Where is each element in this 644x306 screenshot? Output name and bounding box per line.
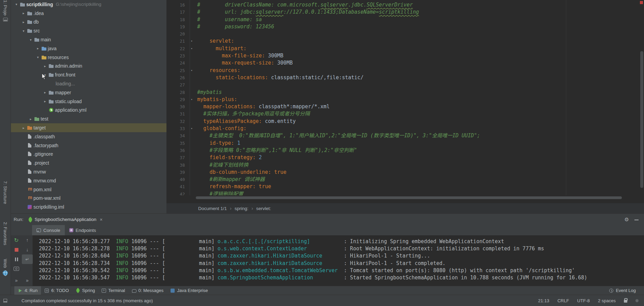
toolwindow-button-6-todo[interactable]: 6: TODO [41,286,72,295]
tree-item-scriptkilling-iml[interactable]: scriptkilling.iml [11,203,166,211]
expand-arrow-icon[interactable]: ▸ [42,91,48,94]
code-line-24[interactable]: 24 max-request-size: 300MB [166,59,644,67]
expand-arrow-icon[interactable]: ▸ [28,117,33,121]
tree-item-mvnw-cmd[interactable]: mvnw.cmd [11,176,166,185]
tree-item-classpath[interactable]: .classpath [11,132,166,141]
editor-vscrollbar-thumb[interactable] [640,51,643,188]
editor-hscrollbar[interactable] [196,196,635,199]
toolwindow-button-java-enterprise[interactable]: Java Enterprise [167,286,211,295]
toolwindow-button-spring[interactable]: Spring [72,286,99,295]
tab-endpoints[interactable]: Endpoints [65,225,101,235]
toolbar-overflow-icon[interactable] [22,276,33,285]
tree-item-pom-xml[interactable]: pom.xml [11,185,166,194]
web-globe-icon[interactable] [3,270,8,276]
tree-item-scriptkilling[interactable]: ▾scriptkillingG:\shejiing\scriptkilling [11,0,166,9]
code-line-21[interactable]: 21▾ servlet: [166,38,644,45]
code-line-37[interactable]: 37 field-strategy: 2 [166,154,644,161]
tool-button-web[interactable]: Web [3,259,8,268]
collapse-arrow-icon[interactable]: ▾ [28,38,33,42]
breadcrumb-item[interactable]: Document 1/1 [198,206,227,211]
run-config-tab[interactable]: SpringbootSchemaApplication × [28,217,103,222]
hide-panel-icon[interactable] [634,219,639,220]
console-output[interactable]: 2022-12-10 16:56:28.277 INFO 16096 --- [… [39,238,642,286]
tree-item-gitignore[interactable]: .gitignore [11,150,166,159]
stop-icon[interactable] [11,245,22,254]
expand-arrow-icon[interactable]: ▸ [21,126,26,130]
code-line-42[interactable]: 42 #逻辑删除配置 [166,191,644,195]
tree-item-db[interactable]: ▸db [11,18,166,27]
down-arrow-icon[interactable] [22,245,33,254]
camera-icon[interactable] [11,264,22,274]
code-line-29[interactable]: 29▾mybatis-plus: [166,96,644,103]
breadcrumb-item[interactable]: servlet: [256,206,271,211]
tree-item-loading[interactable]: loading... [11,79,166,88]
tree-item-factorypath[interactable]: .factorypath [11,141,166,150]
close-tab-icon[interactable]: × [100,217,102,222]
tab-console[interactable]: Console [32,225,65,235]
toolwindow-button-event-log[interactable]: Event Log [605,288,639,293]
code-area[interactable]: 16# driverClassName: com.microsoft.sqlse… [166,0,644,195]
file-encoding[interactable]: UTF-8 [577,298,590,303]
code-line-28[interactable]: 28#mybatis [166,89,644,96]
code-line-32[interactable]: 32 typeAliasesPackage: com.entity [166,118,644,125]
tree-item-static-upload[interactable]: ▸static.upload [11,97,166,106]
code-line-40[interactable]: 40 #刷新mapper 调试神器 [166,176,644,183]
code-line-38[interactable]: 38 #驼峰下划线转换 [166,162,644,169]
tree-item-mapper[interactable]: ▸mapper [11,88,166,97]
code-line-22[interactable]: 22▾ multipart: [166,45,644,52]
toolwindow-button-4-run[interactable]: 4: Run [14,286,41,295]
toolwindow-switcher-icon[interactable] [3,299,7,303]
code-line-35[interactable]: 35 id-type: 1 [166,140,644,147]
lock-icon[interactable] [624,300,627,303]
tree-item-front-front[interactable]: ▾front.front [11,70,166,79]
project-tool-icon[interactable] [3,18,8,22]
tool-button-favorites[interactable]: 2: Favorites [3,222,8,245]
collapse-arrow-icon[interactable]: ▾ [21,29,26,33]
tool-button-project[interactable]: 1: Project [3,0,8,16]
tree-item-idea[interactable]: ▸.idea [11,9,166,18]
code-line-30[interactable]: 30 mapper-locations: classpath*:mapper/*… [166,103,644,110]
tree-item-project[interactable]: .project [11,158,166,167]
collapse-arrow-icon[interactable]: ▾ [14,2,19,6]
code-line-33[interactable]: 33▾ global-config: [166,125,644,132]
expand-arrow-icon[interactable]: ▸ [21,11,26,15]
indent-setting[interactable]: 2 spaces [598,298,616,303]
code-line-17[interactable]: 17# url: jdbc:sqlserver://127.0.0.1:1433… [166,9,644,16]
expand-arrow-icon[interactable]: ▸ [35,46,41,50]
code-line-23[interactable]: 23 max-file-size: 300MB [166,52,644,59]
tool-button-structure[interactable]: 7: Structure [3,181,8,204]
breadcrumb-item[interactable]: spring: [235,206,249,211]
line-separator[interactable]: CRLF [557,298,569,303]
code-line-20[interactable]: 20 [166,30,644,38]
code-line-41[interactable]: 41 refresh-mapper: true [166,183,644,190]
inspections-icon[interactable] [635,299,639,302]
tree-item-pom-war-xml[interactable]: pom-war.xml [11,194,166,203]
code-line-39[interactable]: 39 db-column-underline: true [166,169,644,176]
gear-icon[interactable] [625,217,629,223]
tree-item-mvnw[interactable]: mvnw [11,167,166,176]
tree-item-src[interactable]: ▾src [11,26,166,35]
toolwindow-button-terminal[interactable]: Terminal [98,286,128,295]
tree-item-target[interactable]: ▸target [11,123,166,132]
tree-item-application-yml[interactable]: application.yml [11,106,166,115]
code-line-18[interactable]: 18# username: sa [166,16,644,23]
toolbar-overflow-icon[interactable] [11,276,22,285]
code-line-34[interactable]: 34 #主键类型 0:"数据库ID自增", 1:"用户输入ID",2:"全局唯一… [166,132,644,139]
code-line-26[interactable]: 26 static-locations: classpath:static/,f… [166,74,644,81]
tree-item-main[interactable]: ▾main [11,35,166,44]
expand-arrow-icon[interactable]: ▸ [42,99,48,103]
code-line-31[interactable]: 31 #实体扫描，多个package用逗号或者分号分隔 [166,110,644,117]
tree-item-test[interactable]: ▸test [11,114,166,123]
tree-item-java[interactable]: ▸java [11,44,166,53]
expand-arrow-icon[interactable]: ▸ [21,20,26,24]
soft-wrap-icon[interactable] [22,254,33,264]
toolwindow-button-0-messages[interactable]: 0: Messages [129,286,167,295]
tree-item-admin-admin[interactable]: ▸admin.admin [11,62,166,71]
tree-item-resources[interactable]: ▾resources [11,53,166,62]
code-line-19[interactable]: 19# password: 123456 [166,23,644,30]
up-arrow-icon[interactable] [22,235,33,245]
code-line-36[interactable]: 36 #字段策略 0:"忽略判断",1:"非 NULL 判断"),2:"非空判断… [166,147,644,154]
code-line-25[interactable]: 25▾ resources: [166,67,644,74]
collapse-arrow-icon[interactable]: ▾ [35,55,41,59]
hscrollbar-thumb[interactable] [196,196,622,199]
